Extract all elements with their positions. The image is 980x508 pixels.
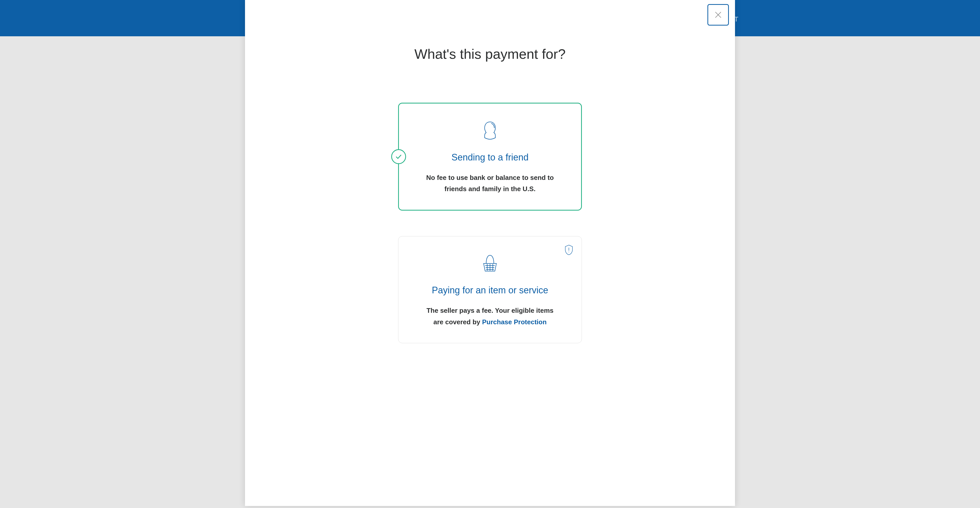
option-goods-description: The seller pays a fee. Your eligible ite… xyxy=(424,305,556,327)
close-button[interactable] xyxy=(708,4,729,26)
option-friend-title: Sending to a friend xyxy=(419,152,561,163)
check-icon xyxy=(395,153,402,160)
option-paying-for-item[interactable]: Paying for an item or service The seller… xyxy=(398,236,582,343)
option-goods-title: Paying for an item or service xyxy=(419,285,561,296)
payment-options-list: Sending to a friend No fee to use bank o… xyxy=(245,103,735,343)
option-sending-to-friend[interactable]: Sending to a friend No fee to use bank o… xyxy=(398,103,582,211)
close-icon xyxy=(714,11,722,19)
purchase-protection-link[interactable]: Purchase Protection xyxy=(482,318,547,326)
friend-profile-icon xyxy=(479,119,501,142)
option-friend-description: No fee to use bank or balance to send to… xyxy=(424,172,556,195)
selected-check-badge xyxy=(391,149,406,164)
modal-title: What's this payment for? xyxy=(245,46,735,62)
payment-type-modal: What's this payment for? Sending to a fr… xyxy=(245,0,735,506)
shopping-basket-icon xyxy=(479,252,501,275)
protection-shield-icon xyxy=(564,244,573,255)
